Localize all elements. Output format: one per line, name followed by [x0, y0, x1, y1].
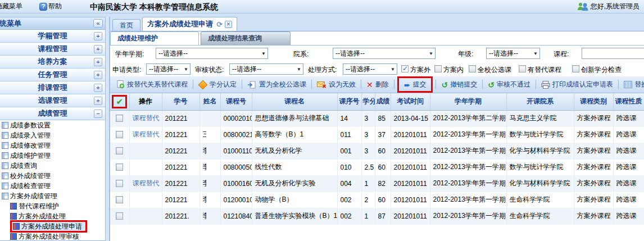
- close-icon[interactable]: ✕: [225, 21, 232, 28]
- apply-type-select[interactable]: --请选择-- ▼: [146, 63, 191, 75]
- collapse-sidebar-button[interactable]: «: [93, 19, 103, 28]
- sidebar-item-xueji[interactable]: 学籍管理 +: [0, 30, 105, 43]
- collapse-section-icon[interactable]: −: [94, 110, 102, 118]
- menu-item-score-entry[interactable]: 成绩录入管理: [0, 130, 105, 140]
- submit-button[interactable]: ➨ 提交: [401, 79, 429, 90]
- expand-icon[interactable]: +: [94, 45, 102, 53]
- tab-score-process-result-query[interactable]: 成绩处理结果查询: [201, 31, 291, 45]
- print-form-button[interactable]: 打印成绩认定申请表: [538, 79, 616, 90]
- menu-item-replace-course-maintain[interactable]: 替代课程维护: [0, 201, 105, 211]
- annotation-box-sidebar: 方案外成绩处理申请: [10, 220, 87, 233]
- tab-score-process-maintain[interactable]: 成绩处理维护: [110, 31, 199, 45]
- audit-status-select[interactable]: --请选择-- ▼: [229, 63, 303, 75]
- grid-icon: [2, 172, 8, 179]
- audit-reject-button[interactable]: ↺ 审核不通过: [485, 79, 533, 90]
- process-mode-select[interactable]: --请选择-- ▼: [343, 63, 397, 75]
- filter-row-2: 申请类型: --请选择-- ▼ 审核状态: --请选择-- ▼ 处理方式: --…: [110, 61, 644, 76]
- replace-by-relation-button[interactable]: 按替代关系替代课程: [114, 79, 191, 90]
- toolbar-separator: [242, 80, 242, 89]
- set-invalid-button[interactable]: 设为无效: [314, 79, 359, 90]
- expand-icon[interactable]: +: [94, 58, 102, 66]
- menu-item-external-score[interactable]: 校外成绩管理: [0, 171, 105, 181]
- department-label: 院系:: [293, 49, 309, 59]
- process-mode-label: 处理方式:: [308, 65, 337, 75]
- menu-item-score-params[interactable]: 成绩参数设置: [0, 120, 105, 130]
- course-replace-link[interactable]: 课程替代: [133, 130, 160, 138]
- audit-status-label: 审核状态:: [195, 65, 224, 75]
- help-icon: ?: [39, 3, 47, 11]
- grid-icon: [2, 142, 8, 149]
- menu-item-offplan-score[interactable]: 方案外成绩管理: [0, 191, 105, 201]
- sidebar-item-paike[interactable]: 排课管理 +: [0, 81, 105, 94]
- table-row: 课程替代 201221 三 00800021 高等数学（B）1 011 3 37…: [110, 126, 644, 143]
- main-content: 首页 方案外成绩处理申请 ⟳ ✕ 成绩处理维护 成绩处理结果查询 学年学期: -…: [110, 17, 644, 241]
- sidebar-item-xuanke[interactable]: 选课管理 +: [0, 94, 105, 107]
- sidebar-item-chengji[interactable]: 成绩管理 −: [0, 107, 105, 120]
- sidebar-item-peiyang[interactable]: 培养方案 +: [0, 56, 105, 69]
- row-checkbox[interactable]: [116, 212, 123, 220]
- menu-item-offplan-score-apply[interactable]: 方案外成绩处理申请: [0, 221, 105, 231]
- user-area: 您好,系统管理员: [577, 2, 640, 11]
- table-header-row: ✔ 操作 学号 姓名 课程号 课程名 课序号 学分 成绩 考试时间 学年学期 开…: [110, 93, 644, 110]
- table-row: 课程替代 201221 00002010 思想道德修养与法律基础 14 3 85…: [110, 110, 644, 126]
- undo-icon: ↺: [488, 81, 495, 89]
- tab-offplan-score-apply[interactable]: 方案外成绩处理申请 ⟳ ✕: [142, 17, 237, 31]
- public-course-checkbox[interactable]: [469, 65, 476, 72]
- has-replace-course-checkbox[interactable]: [519, 65, 526, 72]
- hide-menu-button[interactable]: 隐藏菜单: [0, 2, 22, 11]
- diamond-icon: [198, 80, 208, 89]
- filter-row-1: 学年学期: --请选择-- ▼ 院系: --请选择-- ▼ 年级: --请选择-…: [110, 46, 644, 61]
- grid-icon: [10, 213, 17, 220]
- replace-plan-course-button[interactable]: 替换方案课程: [621, 79, 644, 90]
- chevron-down-icon: ▼: [184, 67, 188, 72]
- top-bar: 隐藏菜单 ? 帮助 中南民族大学 本科教学管理信息系统 您好,系统管理员: [0, 0, 644, 13]
- help-button[interactable]: ? 帮助: [39, 2, 62, 11]
- menu-item-offplan-score-audit[interactable]: 方案外成绩处理审核: [0, 231, 105, 241]
- set-public-course-button[interactable]: 置为全校公选课: [244, 79, 309, 90]
- inplan-checkbox[interactable]: [434, 65, 442, 72]
- expand-icon[interactable]: +: [94, 32, 102, 40]
- row-checkbox[interactable]: [116, 196, 123, 203]
- grid-icon: [2, 162, 8, 169]
- refresh-icon[interactable]: ⟳: [216, 20, 223, 29]
- page-add-icon: [116, 80, 125, 89]
- semester-select[interactable]: --请选择-- ▼: [156, 48, 268, 59]
- menu-item-score-query[interactable]: 成绩查询: [0, 161, 105, 171]
- sidebar-item-renwu[interactable]: 任务管理 +: [0, 69, 105, 81]
- row-checkbox[interactable]: [116, 163, 123, 171]
- innovation-credit-checkbox[interactable]: [572, 65, 579, 72]
- course-input[interactable]: [582, 48, 644, 59]
- grade-select[interactable]: --请选择-- ▼: [486, 48, 540, 59]
- row-checkbox[interactable]: [116, 115, 123, 122]
- expand-icon[interactable]: +: [94, 97, 102, 105]
- course-replace-link[interactable]: 课程替代: [133, 114, 160, 122]
- grid-icon: [2, 183, 8, 189]
- expand-icon[interactable]: +: [94, 84, 102, 92]
- undo-icon: ↺: [441, 81, 448, 89]
- offplan-checkbox[interactable]: [401, 65, 409, 72]
- department-select[interactable]: --请选择-- ▼: [333, 48, 436, 59]
- sidebar-splitter[interactable]: [106, 17, 110, 241]
- row-checkbox[interactable]: [116, 131, 123, 138]
- menu-item-score-modify[interactable]: 成绩修改管理: [0, 140, 105, 151]
- course-label: 课程:: [554, 49, 569, 59]
- undo-submit-button[interactable]: ↺ 撤销提交: [438, 79, 480, 90]
- table-row: 201221 李 00800050 线性代数 010 2.5 60 201201…: [110, 159, 644, 175]
- credit-confirm-button[interactable]: 学分认定: [196, 79, 239, 90]
- folder-grid-icon: [2, 193, 8, 199]
- row-checkbox[interactable]: [116, 180, 123, 187]
- sidebar-item-kecheng[interactable]: 课程管理 +: [0, 43, 105, 56]
- toolbar-separator: [482, 80, 483, 89]
- toolbar-separator: [618, 80, 619, 89]
- menu-item-score-maintain[interactable]: 成绩维护管理: [0, 151, 105, 161]
- semester-label: 学年学期:: [115, 49, 144, 59]
- expand-icon[interactable]: +: [94, 71, 102, 79]
- delete-button[interactable]: ✕ 删除: [364, 79, 392, 90]
- select-all-icon[interactable]: ✔: [116, 97, 123, 106]
- course-replace-link[interactable]: 课程替代: [133, 179, 160, 187]
- menu-item-score-check[interactable]: 成绩检查管理: [0, 181, 105, 191]
- tab-home[interactable]: 首页: [112, 19, 140, 31]
- submit-arrow-icon: ➨: [404, 81, 411, 89]
- chevron-down-icon: ▼: [297, 67, 301, 72]
- row-checkbox[interactable]: [116, 147, 123, 154]
